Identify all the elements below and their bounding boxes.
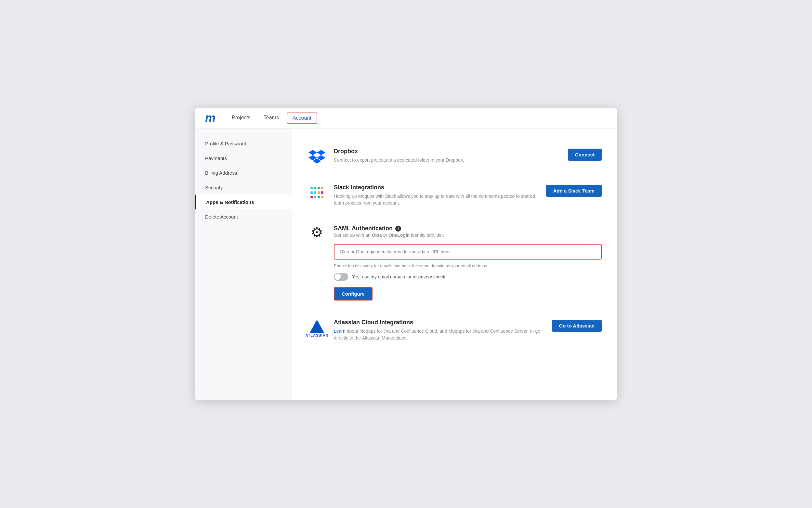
top-nav: m Projects Teams Account xyxy=(195,108,617,128)
nav-account[interactable]: Account xyxy=(287,113,317,124)
atlassian-body: Atlassian Cloud Integrations Learn about… xyxy=(334,319,544,341)
atlassian-desc-rest: about Moqups for Jira and Confluence Clo… xyxy=(334,329,540,340)
dropbox-action: Connect xyxy=(568,148,602,161)
nav-teams[interactable]: Teams xyxy=(257,108,285,128)
atlassian-desc: Learn about Moqups for Jira and Confluen… xyxy=(334,328,544,341)
main-content: Dropbox Connect to export projects to a … xyxy=(292,128,617,400)
slack-integration-row: Slack Integrations Hooking up Moqups wit… xyxy=(308,175,602,216)
dropbox-body: Dropbox Connect to export projects to a … xyxy=(334,148,560,164)
sidebar-item-security[interactable]: Security xyxy=(195,180,292,195)
svg-marker-0 xyxy=(309,150,317,155)
sidebar-item-apps-notifications[interactable]: Apps & Notifications xyxy=(195,195,292,209)
saml-description: Get set up with an Okta or OneLogin iden… xyxy=(334,232,561,239)
saml-input-wrap xyxy=(334,244,602,259)
atlassian-icon-wrap: ATLASSIAN xyxy=(308,319,326,337)
dropbox-connect-button[interactable]: Connect xyxy=(568,149,602,161)
toggle-knob xyxy=(334,273,341,280)
sidebar-item-billing[interactable]: Billing Address xyxy=(195,166,292,180)
dropbox-title: Dropbox xyxy=(334,148,560,155)
gear-icon: ⚙ xyxy=(311,226,323,239)
dropbox-integration-row: Dropbox Connect to export projects to a … xyxy=(308,139,602,175)
sidebar-item-profile-password[interactable]: Profile & Password xyxy=(195,136,292,151)
add-slack-team-button[interactable]: Add a Slack Team xyxy=(546,185,602,197)
dropbox-icon xyxy=(308,148,326,166)
saml-title: SAML Authentication xyxy=(334,225,393,232)
slack-action: Add a Slack Team xyxy=(546,184,602,197)
saml-gear-icon-wrap: ⚙ xyxy=(308,225,326,239)
saml-body: SAML Authentication i Get set up with an… xyxy=(334,225,602,300)
atlassian-title: Atlassian Cloud Integrations xyxy=(334,319,544,326)
svg-rect-12 xyxy=(321,191,323,194)
svg-rect-7 xyxy=(310,187,313,189)
go-to-atlassian-button[interactable]: Go to Atlassian xyxy=(552,320,602,332)
svg-rect-8 xyxy=(314,187,316,189)
saml-url-input[interactable] xyxy=(334,245,601,259)
configure-button[interactable]: Configure xyxy=(334,287,372,300)
app-logo: m xyxy=(205,111,215,125)
atlassian-icon: ATLASSIAN xyxy=(305,320,328,337)
toggle-row: Yes, use my email domain for discovery c… xyxy=(334,273,602,281)
sidebar-item-payments[interactable]: Payments xyxy=(195,151,292,166)
saml-icon-row: ⚙ SAML Authentication i Get set up with … xyxy=(308,225,602,300)
svg-rect-13 xyxy=(310,196,313,198)
saml-section: ⚙ SAML Authentication i Get set up with … xyxy=(308,216,602,310)
toggle-label: Yes, use my email domain for discovery c… xyxy=(352,274,447,280)
saml-hint: Enable idp discovery for emails that hav… xyxy=(334,263,602,268)
atlassian-integration-row: ATLASSIAN Atlassian Cloud Integrations L… xyxy=(308,310,602,350)
sidebar: Profile & Password Payments Billing Addr… xyxy=(195,128,292,400)
atlassian-triangle-icon xyxy=(310,320,324,333)
slack-title: Slack Integrations xyxy=(334,184,538,191)
svg-rect-5 xyxy=(310,191,313,194)
atlassian-learn-link[interactable]: Learn xyxy=(334,329,346,334)
slack-icon xyxy=(308,184,326,202)
nav-links: Projects Teams Account xyxy=(225,108,319,128)
svg-marker-1 xyxy=(317,150,325,155)
svg-rect-15 xyxy=(318,196,320,198)
saml-title-row: SAML Authentication i xyxy=(334,225,602,232)
sidebar-item-delete-account[interactable]: Delete Account xyxy=(195,209,292,224)
saml-info-icon[interactable]: i xyxy=(395,226,401,231)
svg-rect-10 xyxy=(321,187,323,189)
slack-body: Slack Integrations Hooking up Moqups wit… xyxy=(334,184,538,207)
nav-projects[interactable]: Projects xyxy=(225,108,257,128)
discovery-toggle[interactable] xyxy=(334,273,348,281)
svg-rect-6 xyxy=(314,191,316,194)
svg-rect-16 xyxy=(321,196,323,198)
onelogin-link: OneLogin xyxy=(389,232,410,238)
atlassian-label: ATLASSIAN xyxy=(305,333,328,337)
svg-rect-11 xyxy=(318,191,320,194)
slack-desc: Hooking up Moqups with Slack allows you … xyxy=(334,193,538,207)
dropbox-desc: Connect to export projects to a dedicate… xyxy=(334,157,560,164)
atlassian-action: Go to Atlassian xyxy=(552,319,602,332)
body-layout: Profile & Password Payments Billing Addr… xyxy=(195,128,617,400)
svg-rect-14 xyxy=(314,196,316,198)
okta-link: Okta xyxy=(372,232,382,238)
app-window: m Projects Teams Account Profile & Passw… xyxy=(195,108,617,400)
svg-rect-9 xyxy=(318,187,320,189)
